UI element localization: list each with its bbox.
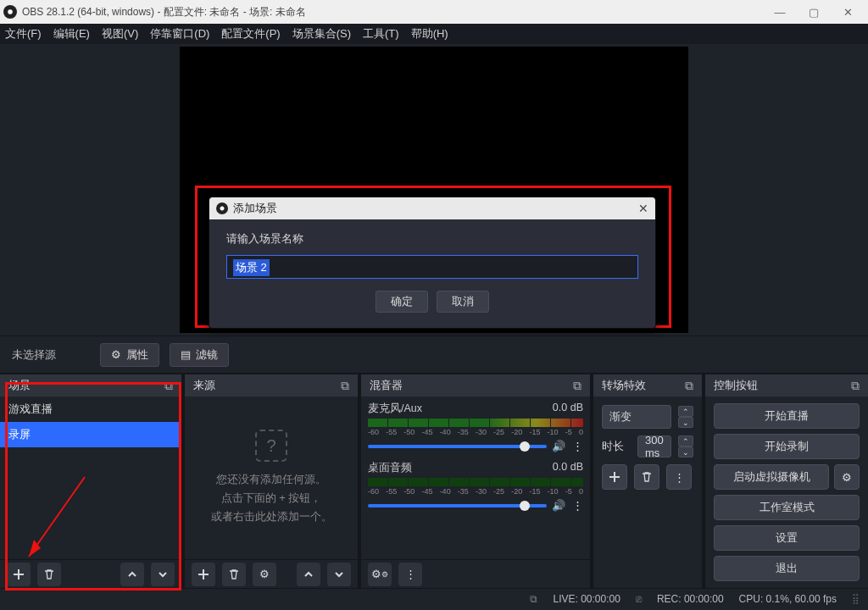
window-title: OBS 28.1.2 (64-bit, windows) - 配置文件: 未命名… — [22, 5, 763, 19]
start-streaming-button[interactable]: 开始直播 — [714, 403, 860, 429]
move-down-button[interactable] — [151, 563, 175, 586]
audio-scale: -60-55-50-45-40-35-30-25-20-15-10-50 — [368, 428, 583, 436]
menu-scene-collection[interactable]: 场景集合(S) — [292, 26, 351, 42]
sources-empty[interactable]: ? 您还没有添加任何源。 点击下面的 + 按钮， 或者右击此处添加一个。 — [185, 396, 358, 559]
cpu-status: CPU: 0.1%, 60.00 fps — [739, 593, 837, 605]
gear-icon: ⚙ — [111, 348, 121, 361]
speaker-icon[interactable]: 🔊 — [552, 499, 565, 512]
record-icon: ⎚ — [636, 593, 642, 605]
spin-down-icon[interactable]: ⌄ — [678, 417, 693, 428]
menu-edit[interactable]: 编辑(E) — [53, 26, 90, 42]
maximize-button[interactable]: ▢ — [797, 0, 831, 24]
remove-transition-button[interactable] — [634, 464, 659, 490]
menu-bar: 文件(F) 编辑(E) 视图(V) 停靠窗口(D) 配置文件(P) 场景集合(S… — [0, 24, 868, 44]
filters-icon: ▤ — [181, 348, 191, 361]
app-icon — [3, 5, 17, 19]
status-bar: ⧉ LIVE: 00:00:00 ⎚ REC: 00:00:00 CPU: 0.… — [0, 588, 868, 608]
close-icon[interactable]: ✕ — [638, 202, 648, 215]
duration-label: 时长 — [602, 439, 631, 454]
speaker-icon[interactable]: 🔊 — [552, 440, 565, 452]
popout-icon[interactable]: ⧉ — [164, 379, 173, 393]
add-source-button[interactable] — [192, 563, 215, 586]
popout-icon[interactable]: ⧉ — [341, 379, 349, 393]
list-item[interactable]: 游戏直播 — [0, 396, 181, 422]
audio-scale: -60-55-50-45-40-35-30-25-20-15-10-50 — [368, 487, 583, 496]
menu-view[interactable]: 视图(V) — [102, 26, 138, 42]
source-toolbar: 未选择源 ⚙ 属性 ▤ 滤镜 — [0, 336, 868, 374]
mixer-settings-button[interactable]: ⚙⚙ — [368, 563, 392, 586]
grip-icon: ⣿ — [852, 593, 860, 605]
exit-button[interactable]: 退出 — [714, 556, 860, 581]
scene-name-input[interactable] — [226, 255, 638, 279]
popout-icon[interactable]: ⧉ — [851, 379, 860, 393]
audio-meter — [368, 478, 583, 486]
popout-icon[interactable]: ⧉ — [685, 379, 693, 393]
controls-header[interactable]: 控制按钮 ⧉ — [705, 374, 868, 396]
no-source-label: 未选择源 — [12, 347, 56, 363]
mixer-dock: 混音器 ⧉ 麦克风/Aux0.0 dB -60-55-50-45-40-35-3… — [361, 374, 590, 588]
mixer-header[interactable]: 混音器 ⧉ — [361, 374, 590, 396]
studio-mode-button[interactable]: 工作室模式 — [714, 495, 860, 520]
start-recording-button[interactable]: 开始录制 — [714, 434, 860, 459]
transition-select[interactable]: 渐变 — [602, 405, 671, 429]
popout-icon[interactable]: ⧉ — [573, 379, 581, 393]
add-transition-button[interactable] — [602, 464, 627, 490]
kebab-icon[interactable]: ⋮ — [572, 440, 583, 452]
transitions-dock: 转场特效 ⧉ 渐变 ⌃ ⌄ 时长 300 ms ⌃ ⌄ — [593, 374, 702, 588]
properties-button[interactable]: ⚙ 属性 — [100, 343, 159, 367]
move-down-button[interactable] — [327, 563, 351, 586]
sources-dock: 来源 ⧉ ? 您还没有添加任何源。 点击下面的 + 按钮， 或者右击此处添加一个… — [185, 374, 358, 588]
scenes-header[interactable]: 场景 ⧉ — [0, 374, 181, 396]
kebab-icon[interactable]: ⋮ — [666, 464, 692, 490]
dialog-prompt: 请输入场景名称 — [226, 231, 638, 247]
settings-button[interactable]: 设置 — [714, 525, 860, 551]
mixer-channel: 麦克风/Aux0.0 dB -60-55-50-45-40-35-30-25-2… — [368, 402, 583, 452]
remove-source-button[interactable] — [222, 563, 246, 586]
app-icon — [216, 202, 228, 214]
minimize-button[interactable]: — — [763, 0, 797, 24]
move-up-button[interactable] — [297, 563, 320, 586]
source-properties-button[interactable]: ⚙ — [253, 563, 276, 586]
transitions-header[interactable]: 转场特效 ⧉ — [593, 374, 702, 396]
sources-header[interactable]: 来源 ⧉ — [185, 374, 358, 396]
network-icon: ⧉ — [530, 593, 537, 605]
remove-scene-button[interactable] — [37, 563, 61, 586]
menu-file[interactable]: 文件(F) — [5, 26, 42, 42]
dock-row: 场景 ⧉ 游戏直播 录屏 来源 ⧉ ? 您还没有添加任何源。 点击下面的 + 按… — [0, 374, 868, 588]
audio-meter — [368, 419, 583, 427]
add-scene-button[interactable] — [7, 563, 31, 586]
list-item[interactable]: 录屏 — [0, 422, 181, 447]
filters-button[interactable]: ▤ 滤镜 — [170, 343, 229, 367]
live-status: LIVE: 00:00:00 — [553, 593, 620, 605]
close-button[interactable]: ✕ — [831, 0, 865, 24]
window-titlebar: OBS 28.1.2 (64-bit, windows) - 配置文件: 未命名… — [0, 0, 868, 24]
menu-tools[interactable]: 工具(T) — [363, 26, 399, 42]
duration-input[interactable]: 300 ms — [637, 435, 671, 458]
start-virtual-cam-button[interactable]: 启动虚拟摄像机 — [714, 464, 829, 490]
volume-slider[interactable] — [368, 445, 547, 448]
scenes-list: 游戏直播 录屏 — [0, 396, 181, 559]
move-up-button[interactable] — [120, 563, 144, 586]
add-scene-dialog: 添加场景 ✕ 请输入场景名称 场景 2 确定 取消 — [209, 197, 656, 329]
menu-profile[interactable]: 配置文件(P) — [221, 26, 280, 42]
spin-down-icon[interactable]: ⌄ — [678, 446, 693, 458]
cancel-button[interactable]: 取消 — [437, 291, 489, 313]
dialog-title: 添加场景 — [233, 201, 277, 216]
spin-up-icon[interactable]: ⌃ — [678, 406, 693, 417]
ok-button[interactable]: 确定 — [376, 291, 428, 313]
scenes-dock: 场景 ⧉ 游戏直播 录屏 — [0, 374, 181, 588]
volume-slider[interactable] — [368, 504, 547, 507]
menu-help[interactable]: 帮助(H) — [411, 26, 448, 42]
dialog-titlebar[interactable]: 添加场景 ✕ — [209, 197, 655, 219]
kebab-icon[interactable]: ⋮ — [572, 499, 583, 512]
rec-status: REC: 00:00:00 — [657, 593, 724, 605]
controls-dock: 控制按钮 ⧉ 开始直播 开始录制 启动虚拟摄像机 ⚙ 工作室模式 设置 退出 — [705, 374, 868, 588]
spin-up-icon[interactable]: ⌃ — [678, 435, 693, 446]
help-icon: ? — [255, 430, 287, 462]
mixer-channel: 桌面音频0.0 dB -60-55-50-45-40-35-30-25-20-1… — [368, 461, 583, 512]
kebab-icon[interactable]: ⋮ — [398, 563, 422, 586]
menu-dock[interactable]: 停靠窗口(D) — [150, 26, 209, 42]
virtual-cam-settings-button[interactable]: ⚙ — [834, 464, 860, 490]
